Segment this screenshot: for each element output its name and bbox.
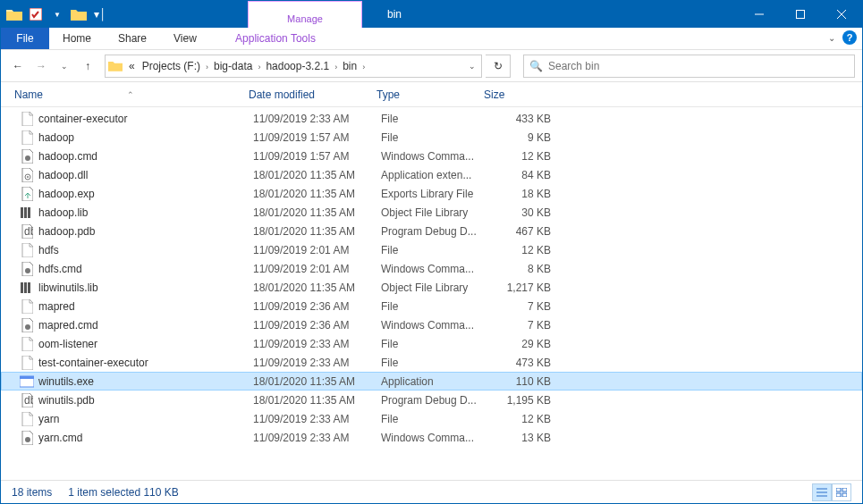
view-tab[interactable]: View: [160, 28, 210, 49]
close-button[interactable]: [821, 1, 862, 28]
file-row[interactable]: mapred.cmd11/09/2019 2:36 AMWindows Comm…: [1, 315, 862, 334]
crumb-prefix[interactable]: «: [125, 60, 139, 72]
refresh-button[interactable]: ↻: [486, 55, 511, 78]
manage-context-tab[interactable]: Manage: [248, 1, 362, 28]
file-row[interactable]: hadoop.dll18/01/2020 11:35 AMApplication…: [1, 165, 862, 184]
file-type: File: [381, 113, 488, 125]
file-row[interactable]: hdfs.cmd11/09/2019 2:01 AMWindows Comma.…: [1, 259, 862, 278]
file-row[interactable]: dbhadoop.pdb18/01/2020 11:35 AMProgram D…: [1, 222, 862, 240]
item-count: 18 items: [12, 486, 52, 499]
file-row[interactable]: hdfs11/09/2019 2:01 AMFile12 KB: [1, 240, 862, 259]
file-type-icon: [19, 168, 35, 182]
manage-label: Manage: [287, 12, 323, 28]
svg-rect-24: [836, 488, 841, 491]
col-date[interactable]: Date modified: [249, 88, 377, 101]
file-type-icon: [19, 318, 35, 332]
file-row[interactable]: yarn.cmd11/09/2019 2:33 AMWindows Comma.…: [1, 428, 862, 447]
svg-rect-27: [842, 493, 847, 497]
folder-icon-2: [71, 6, 87, 22]
file-row[interactable]: test-container-executor11/09/2019 2:33 A…: [1, 353, 862, 372]
content: Name⌃ Date modified Type Size container-…: [1, 82, 862, 480]
file-date: 18/01/2020 11:35 AM: [253, 375, 381, 388]
search-box[interactable]: 🔍: [523, 55, 855, 78]
column-headers: Name⌃ Date modified Type Size: [1, 82, 862, 107]
file-row[interactable]: oom-listener11/09/2019 2:33 AMFile29 KB: [1, 334, 862, 353]
file-date: 11/09/2019 2:33 AM: [253, 432, 381, 444]
col-name[interactable]: Name⌃: [14, 88, 249, 101]
qat-dropdown-icon[interactable]: ▼: [49, 6, 65, 22]
up-button[interactable]: ↑: [78, 56, 97, 76]
back-button[interactable]: ←: [8, 56, 28, 76]
file-row[interactable]: winutils.exe18/01/2020 11:35 AMApplicati…: [1, 372, 862, 391]
file-row[interactable]: yarn11/09/2019 2:33 AMFile12 KB: [1, 409, 862, 428]
navbar: ← → ⌄ ↑ « Projects (F:)›big-data›hadoop-…: [1, 50, 862, 82]
forward-button[interactable]: →: [31, 56, 51, 76]
app-tools-tab[interactable]: Application Tools: [218, 28, 333, 50]
file-row[interactable]: hadoop.cmd11/09/2019 1:57 AMWindows Comm…: [1, 147, 862, 165]
recent-dropdown-icon[interactable]: ⌄: [55, 56, 74, 76]
svg-rect-13: [21, 282, 23, 293]
file-date: 11/09/2019 2:36 AM: [253, 319, 381, 332]
file-name: libwinutils.lib: [38, 281, 253, 294]
file-name: hadoop.dll: [38, 169, 253, 181]
file-row[interactable]: hadoop11/09/2019 1:57 AMFile9 KB: [1, 128, 862, 147]
svg-rect-18: [20, 376, 34, 379]
file-date: 18/01/2020 11:35 AM: [253, 188, 381, 200]
file-size: 9 KB: [488, 131, 551, 144]
col-size[interactable]: Size: [484, 88, 546, 101]
crumb[interactable]: bin: [339, 60, 360, 72]
crumb-sep-icon[interactable]: ›: [204, 63, 210, 71]
home-tab[interactable]: Home: [49, 28, 105, 49]
statusbar: 18 items 1 item selected 110 KB: [1, 480, 862, 503]
svg-point-20: [25, 437, 30, 442]
file-date: 11/09/2019 2:33 AM: [253, 113, 381, 125]
crumb-sep-icon[interactable]: ›: [360, 63, 367, 71]
crumb[interactable]: hadoop-3.2.1: [262, 60, 333, 72]
file-tab[interactable]: File: [1, 28, 49, 49]
help-icon[interactable]: ?: [842, 30, 857, 45]
file-name: container-executor: [38, 113, 253, 125]
search-input[interactable]: [548, 60, 849, 72]
file-name: winutils.exe: [38, 375, 253, 388]
details-view-button[interactable]: [812, 483, 832, 501]
file-type-icon: [19, 112, 35, 126]
file-date: 18/01/2020 11:35 AM: [253, 225, 381, 238]
file-name: hadoop.cmd: [38, 150, 253, 163]
file-row[interactable]: dbwinutils.pdb18/01/2020 11:35 AMProgram…: [1, 391, 862, 409]
file-name: hdfs: [38, 244, 253, 256]
file-row[interactable]: mapred11/09/2019 2:36 AMFile7 KB: [1, 297, 862, 315]
file-size: 12 KB: [488, 413, 551, 425]
file-type: Application: [381, 375, 488, 388]
overflow-icon[interactable]: ▾│: [92, 6, 108, 22]
file-type: Windows Comma...: [381, 319, 488, 332]
folder-icon: [6, 6, 22, 22]
file-row[interactable]: container-executor11/09/2019 2:33 AMFile…: [1, 109, 862, 128]
address-bar[interactable]: « Projects (F:)›big-data›hadoop-3.2.1›bi…: [105, 55, 482, 78]
crumb[interactable]: Projects (F:): [139, 60, 204, 72]
file-name: yarn.cmd: [38, 432, 253, 444]
svg-text:db: db: [24, 225, 33, 238]
crumb[interactable]: big-data: [210, 60, 256, 72]
file-name: winutils.pdb: [38, 394, 253, 407]
file-type-icon: db: [19, 393, 35, 407]
file-row[interactable]: libwinutils.lib18/01/2020 11:35 AMObject…: [1, 278, 862, 297]
file-row[interactable]: hadoop.exp18/01/2020 11:35 AMExports Lib…: [1, 184, 862, 203]
window-controls: [739, 1, 862, 28]
address-dropdown-icon[interactable]: ⌄: [463, 62, 481, 71]
maximize-button[interactable]: [780, 1, 821, 28]
minimize-button[interactable]: [739, 1, 780, 28]
file-size: 84 KB: [488, 169, 551, 181]
share-tab[interactable]: Share: [105, 28, 160, 49]
icons-view-button[interactable]: [832, 483, 851, 501]
file-type-icon: [19, 130, 35, 145]
file-date: 11/09/2019 2:33 AM: [253, 338, 381, 350]
ribbon-expand-icon[interactable]: ⌄: [828, 33, 835, 43]
col-type[interactable]: Type: [377, 88, 484, 101]
file-row[interactable]: hadoop.lib18/01/2020 11:35 AMObject File…: [1, 203, 862, 222]
file-list[interactable]: container-executor11/09/2019 2:33 AMFile…: [1, 107, 862, 480]
file-date: 18/01/2020 11:35 AM: [253, 169, 381, 181]
props-icon[interactable]: [28, 6, 44, 22]
file-size: 8 KB: [488, 263, 551, 275]
file-size: 12 KB: [488, 244, 551, 256]
file-size: 7 KB: [488, 319, 551, 332]
